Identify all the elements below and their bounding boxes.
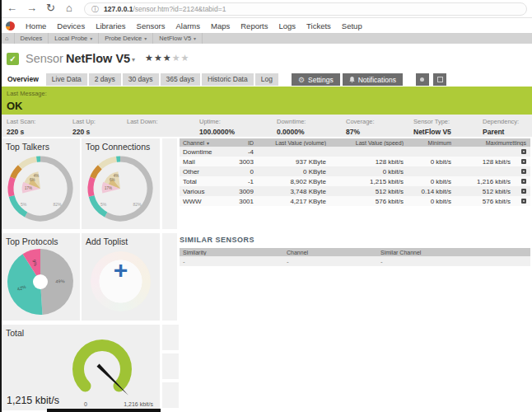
table-row-downtime[interactable]: Downtime-4 <box>180 147 530 157</box>
col-last-value-speed[interactable]: Last Value (speed) <box>326 140 404 146</box>
settings-button[interactable]: ⚙ Settings <box>292 73 340 86</box>
nav-item-reports[interactable]: Reports <box>240 21 268 30</box>
tab-2-days[interactable]: 2 days <box>89 73 121 86</box>
col-last-value-volume[interactable]: Last Value (volume) <box>254 140 326 146</box>
breadcrumb-probe-device[interactable]: Probe Device▾ <box>99 33 153 44</box>
top-connections-donut-chart[interactable]: 17%6%4%5%82% <box>84 152 156 225</box>
star-icon[interactable]: ★ <box>181 53 190 63</box>
refresh-icon[interactable]: ↻ <box>46 2 55 14</box>
add-toplist-plus-icon[interactable]: + <box>82 256 160 284</box>
breadcrumb-local-probe[interactable]: Local Probe▾ <box>49 33 99 44</box>
breadcrumb-devices[interactable]: Devices <box>15 33 49 44</box>
col-similarity[interactable]: Similarity <box>180 250 287 255</box>
col-maximum[interactable]: Maximum <box>451 140 511 146</box>
breadcrumb-home-icon[interactable]: ⌂ <box>0 33 15 44</box>
prtg-logo-icon <box>6 21 15 30</box>
back-icon[interactable]: ← <box>7 2 17 14</box>
site-info-icon[interactable]: ⓘ <box>91 4 99 15</box>
svg-text:6%: 6% <box>30 178 35 182</box>
tab-historic-data[interactable]: Historic Data <box>202 73 254 86</box>
stat-label: Coverage: <box>346 118 413 125</box>
nav-item-maps[interactable]: Maps <box>211 21 230 30</box>
stat-last-scan: Last Scan:220 s <box>7 118 72 137</box>
channel-min: 0 kbit/s <box>404 158 451 166</box>
tab-30-days[interactable]: 30 days <box>123 73 159 86</box>
svg-text:49%: 49% <box>55 279 64 283</box>
channel-speed: 0 kbit/s <box>326 168 404 176</box>
url-bar[interactable]: ⓘ 127.0.0.1 /sensor.htm?id=2124&tabid=1 <box>84 2 527 16</box>
priority-rating[interactable]: ★★★★★ <box>145 53 189 63</box>
tab-log[interactable]: Log <box>255 73 278 86</box>
nav-item-sensors[interactable]: Sensors <box>137 21 166 30</box>
home-icon[interactable]: ⌂ <box>66 2 72 14</box>
nav-item-tickets[interactable]: Tickets <box>306 21 331 30</box>
settings-label: Settings <box>308 76 334 84</box>
channel-table: Channel▾ ID Last Value (volume) Last Val… <box>180 138 530 206</box>
channel-speed: 128 kbit/s <box>326 158 404 166</box>
stat-coverage: Coverage:87% <box>346 118 413 137</box>
col-minimum[interactable]: Minimum <box>404 140 451 146</box>
svg-text:5%: 5% <box>21 202 27 207</box>
delete-button[interactable] <box>433 73 446 86</box>
tab-365-days[interactable]: 365 days <box>161 73 201 86</box>
col-id[interactable]: ID <box>227 140 254 146</box>
star-icon[interactable]: ★ <box>145 53 154 63</box>
top-talkers-donut-chart[interactable]: 17%6%4%5%82% <box>4 152 77 225</box>
channel-volume: 4,217 KByte <box>254 198 326 205</box>
tab-live-data[interactable]: Live Data <box>46 73 87 86</box>
channel-settings-gear-icon[interactable] <box>521 199 526 204</box>
nav-item-alarms[interactable]: Alarms <box>175 21 200 30</box>
channel-volume: 8,902 KByte <box>254 178 326 185</box>
notifications-label: Notifications <box>358 76 396 84</box>
chevron-down-icon: ▾ <box>90 36 92 41</box>
svg-text:82%: 82% <box>53 202 62 207</box>
channel-settings-gear-icon[interactable] <box>521 149 526 154</box>
col-similar-channel[interactable]: Similar Channel <box>380 250 527 255</box>
notifications-button[interactable]: Notifications <box>343 73 403 86</box>
nav-item-setup[interactable]: Setup <box>342 21 362 30</box>
stat-value: 220 s <box>7 128 72 136</box>
channel-min: 0 kbit/s <box>404 178 451 185</box>
breadcrumb-netflow-v5[interactable]: NetFlow V5▾ <box>153 33 203 44</box>
table-row-total[interactable]: Total-18,902 KByte1,215 kbit/s0 kbit/s1,… <box>180 176 530 186</box>
channel-value: - <box>287 258 380 265</box>
last-message-label: Last Message: <box>7 90 525 97</box>
channel-settings-gear-icon[interactable] <box>521 179 526 184</box>
channel-settings-gear-icon[interactable] <box>521 169 526 174</box>
channel-settings-gear-icon[interactable] <box>521 159 526 164</box>
add-toplist-panel[interactable]: Add Toplist + <box>82 233 160 321</box>
channel-id: -4 <box>227 148 254 156</box>
svg-text:6%: 6% <box>110 178 115 182</box>
table-row-mail[interactable]: Mail3003937 KByte128 kbit/s0 kbit/s128 k… <box>180 157 530 166</box>
status-banner: Last Message: OK <box>0 87 532 115</box>
tab-overview[interactable]: Overview <box>2 73 44 86</box>
top-protocols-panel[interactable]: Top Protocols 49%42%9% <box>2 233 80 321</box>
col-channel[interactable]: Channel <box>287 250 380 255</box>
svg-text:4%: 4% <box>34 174 40 178</box>
star-icon[interactable]: ★ <box>154 53 163 63</box>
forward-icon[interactable]: → <box>26 2 37 14</box>
nav-item-libraries[interactable]: Libraries <box>96 21 125 30</box>
top-connections-panel[interactable]: Top Connections 17%6%4%5%82% <box>82 138 160 229</box>
table-row-www[interactable]: WWW30014,217 KByte576 kbit/s0 kbit/s576 … <box>180 196 530 206</box>
nav-item-devices[interactable]: Devices <box>57 21 85 30</box>
table-row-other[interactable]: Other00 KByte0 kbit/s <box>180 166 530 176</box>
stat-value: 0.0000% <box>277 128 346 136</box>
table-row-various[interactable]: Various30093,748 KByte512 kbit/s0.14 kbi… <box>180 186 530 196</box>
top-talkers-panel[interactable]: Top Talkers 17%6%4%5%82% <box>2 138 80 229</box>
sensor-menu-caret-icon[interactable]: ▾ <box>132 56 135 63</box>
nav-item-logs[interactable]: Logs <box>279 21 296 30</box>
nav-item-home[interactable]: Home <box>26 21 46 30</box>
breadcrumb-label: Local Probe <box>54 35 87 42</box>
pause-button[interactable] <box>416 73 429 86</box>
channel-speed: 576 kbit/s <box>326 198 404 205</box>
similar-sensors-row: - - - <box>180 256 530 266</box>
channel-id: 3009 <box>227 188 254 195</box>
col-channel[interactable]: Channel▾ <box>180 140 227 146</box>
star-icon[interactable]: ★ <box>163 53 172 63</box>
partial-panel <box>162 233 177 321</box>
top-protocols-pie-chart[interactable]: 49%42%9% <box>4 246 77 318</box>
star-icon[interactable]: ★ <box>172 53 181 63</box>
channel-settings-gear-icon[interactable] <box>521 189 526 194</box>
channel-max: 576 kbit/s <box>451 198 511 205</box>
